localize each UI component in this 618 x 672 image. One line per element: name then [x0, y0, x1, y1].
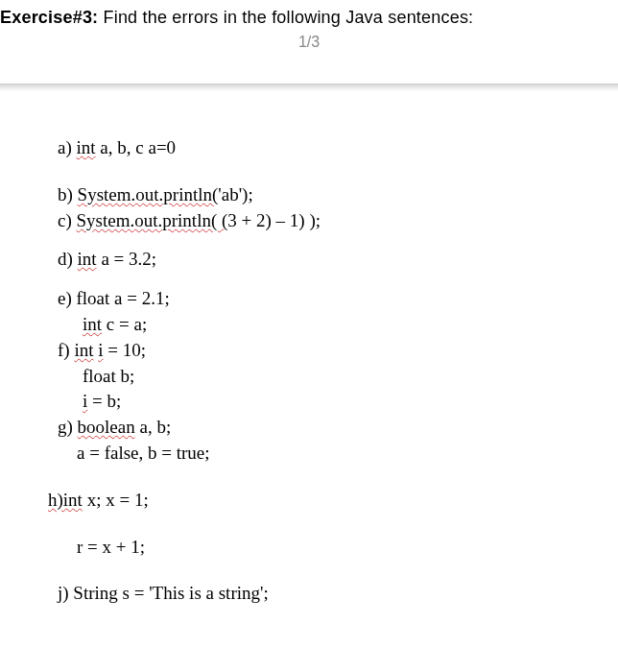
rest-h: x; x = 1;: [83, 490, 149, 510]
rest-b: 'ab');: [218, 184, 252, 204]
label-d: d): [58, 249, 78, 269]
label-a: a): [58, 137, 77, 157]
line-f2: float b;: [58, 366, 618, 388]
header: Exercise#3: Find the errors in the follo…: [0, 0, 618, 84]
line-g: g) boolean a, b;: [58, 417, 618, 439]
text-g2: a = false, b = true;: [77, 443, 210, 463]
error-d: int: [78, 249, 97, 269]
label-e: e) float a = 2.1;: [58, 288, 170, 308]
line-e: e) float a = 2.1;: [58, 288, 618, 310]
label-f: f): [58, 340, 74, 360]
rest-d: a = 3.2;: [97, 249, 156, 269]
line-h: h)int x; x = 1;: [48, 490, 618, 512]
error-g: boolean: [78, 417, 135, 437]
label-b: b): [58, 184, 78, 204]
title-text: Find the errors in the following Java se…: [98, 8, 473, 27]
line-a: a) int a, b, c a=0: [58, 137, 618, 159]
exercise-label: Exercise#3:: [0, 8, 98, 27]
rest-e2: c = a;: [102, 314, 147, 334]
error-f1: int: [74, 340, 93, 360]
line-d: d) int a = 3.2;: [58, 249, 618, 271]
label-g: g): [58, 417, 78, 437]
line-g2: a = false, b = true;: [58, 443, 618, 465]
page-indicator: 1/3: [0, 34, 618, 51]
rest-a: a, b, c a=0: [96, 137, 177, 157]
line-e2: int c = a;: [58, 314, 618, 336]
text-f2: float b;: [83, 366, 134, 386]
error-e2: int: [83, 314, 102, 334]
line-h2: r = x + 1;: [58, 537, 618, 559]
line-f: f) int i = 10;: [58, 340, 618, 362]
label-c: c): [58, 210, 77, 230]
label-j: j) String s = 'This is a string';: [58, 583, 269, 603]
text-h2: r = x + 1;: [77, 537, 145, 557]
exercise-title: Exercise#3: Find the errors in the follo…: [0, 8, 618, 28]
divider: [0, 84, 618, 91]
error-a: int: [77, 137, 96, 157]
error-b: System.out.println(: [78, 184, 219, 204]
rest-c: 3 + 2) – 1) );: [227, 210, 321, 230]
line-c: c) System.out.println( (3 + 2) – 1) );: [58, 210, 618, 232]
rest-g: a, b;: [135, 417, 171, 437]
error-c: System.out.println( (: [77, 210, 228, 230]
line-b: b) System.out.println('ab');: [58, 184, 618, 206]
error-h: h)int: [48, 490, 83, 510]
content-body: a) int a, b, c a=0 b) System.out.println…: [0, 137, 618, 605]
rest-f: = 10;: [104, 340, 147, 360]
rest-f3: = b;: [87, 391, 121, 411]
line-f3: i = b;: [58, 391, 618, 413]
line-j: j) String s = 'This is a string';: [58, 583, 618, 605]
